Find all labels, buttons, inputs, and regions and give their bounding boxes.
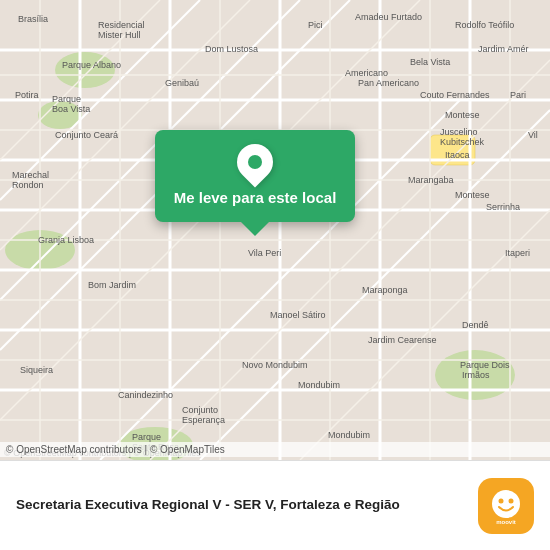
svg-text:Manoel Sátiro: Manoel Sátiro xyxy=(270,310,326,320)
svg-text:Montese: Montese xyxy=(455,190,490,200)
svg-text:Mondubim: Mondubim xyxy=(298,380,340,390)
svg-text:Maraponga: Maraponga xyxy=(362,285,408,295)
svg-text:moovit: moovit xyxy=(496,519,516,525)
svg-text:Dom Lustosa: Dom Lustosa xyxy=(205,44,258,54)
svg-text:Parque: Parque xyxy=(132,432,161,442)
svg-text:Vil: Vil xyxy=(528,130,538,140)
svg-text:Bela Vista: Bela Vista xyxy=(410,57,450,67)
svg-text:Irmãos: Irmãos xyxy=(462,370,490,380)
svg-text:Couto Fernandes: Couto Fernandes xyxy=(420,90,490,100)
svg-text:Genibaú: Genibaú xyxy=(165,78,199,88)
svg-text:Novo Mondubim: Novo Mondubim xyxy=(242,360,308,370)
svg-text:Residencial: Residencial xyxy=(98,20,145,30)
svg-text:Conjunto: Conjunto xyxy=(182,405,218,415)
popup-pin-icon xyxy=(230,137,281,188)
svg-text:Kubitschek: Kubitschek xyxy=(440,137,485,147)
location-info: Secretaria Executiva Regional V - SER V,… xyxy=(16,496,466,515)
svg-text:Serrinha: Serrinha xyxy=(486,202,520,212)
svg-text:Pici: Pici xyxy=(308,20,323,30)
svg-text:Rodolfo Teófilo: Rodolfo Teófilo xyxy=(455,20,514,30)
svg-text:Marangaba: Marangaba xyxy=(408,175,454,185)
svg-text:Parque: Parque xyxy=(52,94,81,104)
svg-text:Juscelino: Juscelino xyxy=(440,127,478,137)
svg-text:Amadeu Furtado: Amadeu Furtado xyxy=(355,12,422,22)
svg-text:Canindezinho: Canindezinho xyxy=(118,390,173,400)
svg-text:Pan Americano: Pan Americano xyxy=(358,78,419,88)
map-popup[interactable]: Me leve para este local xyxy=(155,130,355,222)
svg-text:Jardim Cearense: Jardim Cearense xyxy=(368,335,437,345)
bottom-panel: Secretaria Executiva Regional V - SER V,… xyxy=(0,460,550,550)
svg-text:Americano: Americano xyxy=(345,68,388,78)
moovit-logo[interactable]: moovit xyxy=(478,478,534,534)
popup-text: Me leve para este local xyxy=(171,188,339,208)
svg-text:Mondubim: Mondubim xyxy=(328,430,370,440)
svg-point-91 xyxy=(492,490,520,518)
svg-point-92 xyxy=(499,498,504,503)
svg-text:Pari: Pari xyxy=(510,90,526,100)
svg-point-1 xyxy=(55,52,115,88)
svg-point-93 xyxy=(509,498,514,503)
svg-text:Conjunto Ceará: Conjunto Ceará xyxy=(55,130,118,140)
svg-text:Siqueira: Siqueira xyxy=(20,365,53,375)
svg-text:Potira: Potira xyxy=(15,90,39,100)
svg-text:Brasília: Brasília xyxy=(18,14,48,24)
svg-text:Granja Lisboa: Granja Lisboa xyxy=(38,235,94,245)
svg-text:Boa Vista: Boa Vista xyxy=(52,104,90,114)
svg-text:Parque Albano: Parque Albano xyxy=(62,60,121,70)
svg-text:Esperança: Esperança xyxy=(182,415,225,425)
moovit-icon: moovit xyxy=(484,484,528,528)
svg-text:Dendê: Dendê xyxy=(462,320,489,330)
svg-text:Mister Hull: Mister Hull xyxy=(98,30,141,40)
svg-text:Jardim Amér: Jardim Amér xyxy=(478,44,529,54)
svg-text:Rondon: Rondon xyxy=(12,180,44,190)
map-container: Brasília Residencial Mister Hull Pici Am… xyxy=(0,0,550,460)
svg-text:Itaperi: Itaperi xyxy=(505,248,530,258)
svg-text:Montese: Montese xyxy=(445,110,480,120)
svg-text:Itaoca: Itaoca xyxy=(445,150,470,160)
svg-text:Vila Peri: Vila Peri xyxy=(248,248,281,258)
svg-text:Marechal: Marechal xyxy=(12,170,49,180)
svg-text:Parque Dois: Parque Dois xyxy=(460,360,510,370)
svg-text:Bom Jardim: Bom Jardim xyxy=(88,280,136,290)
location-title: Secretaria Executiva Regional V - SER V,… xyxy=(16,496,466,515)
map-attribution: © OpenStreetMap contributors | © OpenMap… xyxy=(0,442,550,457)
